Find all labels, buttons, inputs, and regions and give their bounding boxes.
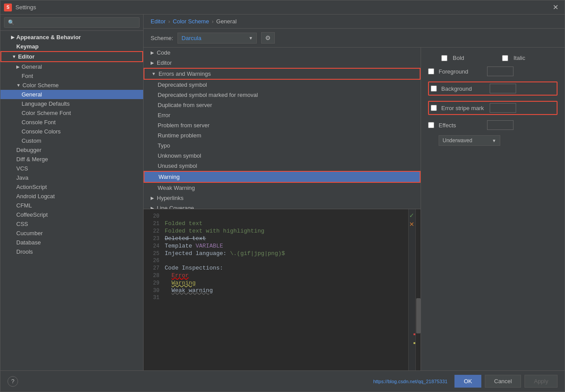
preview-section: 20 21 Folded text 22 Folded text with hi… <box>144 209 421 370</box>
sidebar-item-cfml[interactable]: CFML <box>0 201 143 210</box>
titlebar: S Settings ✕ <box>0 0 565 15</box>
effects-checkbox[interactable] <box>428 122 434 128</box>
apply-button[interactable]: Apply <box>524 375 558 388</box>
breadcrumb-color-scheme[interactable]: Color Scheme <box>173 18 209 25</box>
option-label: Editor <box>157 59 172 66</box>
sidebar-item-color-scheme[interactable]: ▼ Color Scheme <box>0 81 143 90</box>
sidebar-item-custom[interactable]: Custom <box>0 136 143 145</box>
scheme-bar: Scheme: Darcula ▼ ⚙ <box>144 29 565 48</box>
sidebar-item-drools[interactable]: Drools <box>0 247 143 256</box>
sidebar-item-label: Color Scheme Font <box>22 110 71 116</box>
sidebar: ▶ Appearance & Behavior Keymap ▼ Editor … <box>0 15 144 370</box>
option-duplicate-server[interactable]: Duplicate from server <box>144 100 421 110</box>
line-number: 20 <box>144 213 159 219</box>
italic-label: Italic <box>513 55 558 61</box>
sidebar-item-label: Database <box>16 239 41 246</box>
arrow-icon: ▼ <box>16 83 21 88</box>
line-number: 24 <box>144 243 159 249</box>
option-editor[interactable]: ▶ Editor <box>144 58 421 68</box>
sidebar-item-label: Cucumber <box>16 230 43 237</box>
code-text: Weak warning <box>165 287 408 294</box>
option-label: Weak Warning <box>158 185 195 191</box>
sidebar-item-vcs[interactable]: VCS <box>0 164 143 173</box>
sidebar-item-label: CSS <box>16 221 28 227</box>
ok-button[interactable]: OK <box>454 375 481 388</box>
app-icon: S <box>4 4 12 11</box>
code-text: Code Inspections: <box>165 265 408 271</box>
error-stripe-color-swatch[interactable] <box>490 103 516 113</box>
search-input[interactable] <box>4 17 140 28</box>
sidebar-item-general[interactable]: ▶ General <box>0 62 143 71</box>
option-line-coverage[interactable]: ▶ Line Coverage <box>144 203 421 209</box>
sidebar-item-console-colors[interactable]: Console Colors <box>0 127 143 136</box>
help-button[interactable]: ? <box>7 376 18 387</box>
code-text: Template VARIABLE <box>165 243 408 249</box>
option-runtime-problem[interactable]: Runtime problem <box>144 130 421 141</box>
sidebar-item-keymap[interactable]: Keymap <box>0 42 143 51</box>
option-code[interactable]: ▶ Code <box>144 48 421 58</box>
sidebar-item-coffeescript[interactable]: CoffeeScript <box>0 210 143 219</box>
sidebar-item-appearance[interactable]: ▶ Appearance & Behavior <box>0 33 143 42</box>
background-checkbox[interactable] <box>431 85 437 92</box>
sidebar-item-color-scheme-font[interactable]: Color Scheme Font <box>0 108 143 118</box>
option-hyperlinks[interactable]: ▶ Hyperlinks <box>144 193 421 203</box>
sidebar-item-language-defaults[interactable]: Language Defaults <box>0 99 143 108</box>
sidebar-item-diff-merge[interactable]: Diff & Merge <box>0 155 143 164</box>
option-unknown-symbol[interactable]: Unknown symbol <box>144 151 421 161</box>
option-weak-warning[interactable]: Weak Warning <box>144 183 421 193</box>
sidebar-item-actionscript[interactable]: ActionScript <box>0 182 143 192</box>
scheme-select[interactable]: Darcula ▼ <box>177 33 257 44</box>
sidebar-item-editor[interactable]: ▼ Editor <box>0 51 143 62</box>
code-line: 30 Weak warning <box>144 287 408 294</box>
background-color-swatch[interactable] <box>490 84 516 93</box>
bold-checkbox[interactable] <box>441 55 447 61</box>
sidebar-item-debugger[interactable]: Debugger <box>0 145 143 155</box>
option-errors-warnings[interactable]: ▼ Errors and Warnings <box>144 68 421 80</box>
sidebar-item-css[interactable]: CSS <box>0 219 143 229</box>
sidebar-item-font[interactable]: Font <box>0 71 143 81</box>
effects-value: Underwaved <box>443 137 472 144</box>
sidebar-item-cs-general[interactable]: General <box>0 90 143 99</box>
option-deprecated-removal[interactable]: Deprecated symbol marked for removal <box>144 90 421 100</box>
option-typo[interactable]: Typo <box>144 141 421 151</box>
close-button[interactable]: ✕ <box>550 2 561 12</box>
breadcrumb-editor[interactable]: Editor <box>151 18 166 25</box>
line-number: 25 <box>144 251 159 257</box>
background-row: Background <box>428 81 558 96</box>
foreground-checkbox[interactable] <box>428 68 434 74</box>
error-text: Error <box>172 272 189 279</box>
effects-dropdown[interactable]: Underwaved ▼ <box>439 135 500 146</box>
gear-button[interactable]: ⚙ <box>261 32 275 44</box>
code-line: 21 Folded text <box>144 220 408 227</box>
italic-checkbox[interactable] <box>502 55 508 61</box>
cancel-button[interactable]: Cancel <box>485 375 521 388</box>
effects-color-swatch[interactable] <box>487 120 513 130</box>
option-unused-symbol[interactable]: Unused symbol <box>144 161 421 171</box>
sidebar-item-cucumber[interactable]: Cucumber <box>0 229 143 238</box>
option-deprecated-symbol[interactable]: Deprecated symbol <box>144 80 421 90</box>
foreground-color-swatch[interactable] <box>487 67 513 76</box>
option-warning[interactable]: Warning <box>144 171 421 183</box>
main-area: Editor › Color Scheme › General Scheme: … <box>144 15 565 370</box>
variable-text: VARIABLE <box>196 243 223 249</box>
sidebar-item-label: Java <box>16 174 28 181</box>
breadcrumb-sep1: › <box>168 18 170 25</box>
preview-scrollbar[interactable] <box>415 209 421 370</box>
sidebar-item-java[interactable]: Java <box>0 173 143 182</box>
scrollbar-thumb[interactable] <box>416 298 421 333</box>
code-line: 28 Error <box>144 272 408 279</box>
background-label: Background <box>441 85 485 92</box>
sidebar-item-android-logcat[interactable]: Android Logcat <box>0 192 143 201</box>
code-line: 26 <box>144 257 408 264</box>
breadcrumb-general: General <box>216 18 236 25</box>
error-stripe-checkbox[interactable] <box>431 105 437 111</box>
sidebar-item-database[interactable]: Database <box>0 238 143 247</box>
option-error[interactable]: Error <box>144 110 421 120</box>
code-text: Folded text with highlighting <box>165 228 408 234</box>
sidebar-item-label: Font <box>22 73 33 79</box>
sidebar-item-console-font[interactable]: Console Font <box>0 118 143 127</box>
weak-warning-text: Weak warning <box>172 287 213 294</box>
code-line: 31 <box>144 294 408 301</box>
option-problem-server[interactable]: Problem from server <box>144 120 421 130</box>
help-icon: ? <box>11 378 14 385</box>
